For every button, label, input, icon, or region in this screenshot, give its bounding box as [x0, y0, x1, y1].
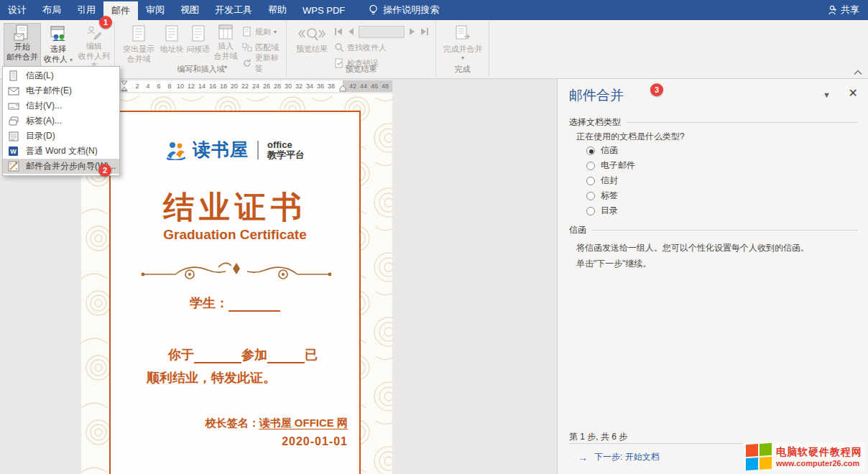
menu-item-email[interactable]: 电子邮件(E) — [3, 83, 119, 98]
logo-divider — [257, 141, 259, 159]
task-pane-close-button[interactable]: ✕ — [849, 86, 858, 100]
tab-references[interactable]: 引用 — [69, 0, 103, 20]
finish-merge-icon — [453, 23, 472, 45]
indent-markers[interactable] — [120, 80, 129, 92]
insert-merge-field-button[interactable]: 插入 合并域 ▾ — [212, 23, 239, 68]
next-step-link[interactable]: → 下一步: 开始文档 — [578, 451, 660, 463]
platform-label: office 教学平台 — [267, 140, 305, 159]
select-recipients-label1: 选择 — [50, 45, 66, 55]
preview-results-icon — [297, 23, 326, 45]
flourish-divider — [139, 259, 333, 284]
address-block-icon — [163, 23, 180, 45]
share-button[interactable]: 共享 — [828, 0, 859, 20]
task-pane-title: 邮件合并 — [569, 86, 624, 105]
horizontal-ruler[interactable]: 2468101214161820222426283032343638424446… — [81, 80, 392, 92]
letter-icon — [7, 70, 19, 82]
edit-recipient-list-button[interactable]: 编辑 收件人列表 — [75, 23, 114, 68]
share-label: 共享 — [841, 4, 859, 17]
certificate-logo: 读书屋 office 教学平台 — [111, 138, 359, 162]
certificate-body-line2: 顺利结业，特发此证。 — [147, 369, 276, 386]
tell-me-label: 操作说明搜索 — [383, 4, 439, 17]
radio-labels[interactable]: 标签 — [586, 190, 618, 202]
menu-item-directory[interactable]: 目录(D) — [3, 129, 119, 144]
step-badge-3: 3 — [650, 83, 663, 96]
highlight-merge-fields-label2: 合并域 — [127, 55, 151, 65]
tab-developer[interactable]: 开发工具 — [207, 0, 260, 20]
previous-record-icon[interactable] — [347, 27, 354, 36]
radio-email[interactable]: 电子邮件 — [586, 159, 635, 172]
radio-directory-dot — [586, 207, 595, 215]
start-mail-merge-button[interactable]: 开始 邮件合并 ▾ — [4, 23, 41, 68]
insert-merge-field-icon — [217, 23, 234, 42]
certificate-title: 结业证书 — [111, 187, 359, 228]
tab-layout[interactable]: 布局 — [34, 0, 69, 20]
radio-directory[interactable]: 目录 — [586, 205, 618, 217]
preview-results-button[interactable]: 预览结果 — [293, 23, 331, 68]
group-label-finish: 完成 — [436, 64, 489, 75]
find-recipient-button[interactable]: 查找收件人 — [334, 41, 387, 54]
labels-icon — [7, 115, 19, 127]
find-recipient-icon — [334, 42, 344, 52]
watermark-title: 电脑软硬件教程网 — [776, 446, 862, 459]
radio-envelopes-dot — [586, 177, 595, 185]
ribbon-group-finish: 完成并合并 ▾ 完成 — [436, 22, 489, 76]
select-recipients-button[interactable]: 选择 收件人 ▾ — [42, 23, 74, 68]
ruler-number: 38 — [324, 83, 338, 90]
radio-labels-dot — [586, 192, 595, 200]
menu-item-envelopes[interactable]: 信封(V)... — [3, 98, 119, 113]
preview-results-label: 预览结果 — [296, 45, 328, 55]
section-letters: 信函 — [569, 224, 858, 236]
letters-description: 将信函发送给一组人。您可以个性化设置每个人收到的信函。 — [576, 242, 857, 254]
insert-merge-field-label1: 插入 — [218, 42, 234, 52]
document-page[interactable]: 读书屋 office 教学平台 结业证书 Graduation Certific… — [81, 93, 392, 474]
tell-me-search[interactable]: 操作说明搜索 — [369, 0, 439, 20]
find-recipient-label: 查找收件人 — [347, 42, 387, 53]
finish-merge-label: 完成并合并 — [443, 45, 483, 55]
next-record-icon[interactable] — [409, 27, 416, 36]
watermark-url: www.computer26.com — [776, 459, 862, 468]
highlight-merge-fields-button[interactable]: 突出显示 合并域 — [120, 23, 157, 68]
ribbon-group-write-insert: 突出显示 合并域 地址块 问候语 插入 合并域 ▾ 规则▾ — [116, 22, 287, 76]
brand-name: 读书屋 — [193, 138, 249, 162]
signature-line: 校长签名：读书屋 OFFICE 网 — [206, 417, 348, 430]
student-line: 学生： — [111, 294, 359, 312]
menu-item-letters[interactable]: 信函(L) — [3, 68, 119, 83]
next-arrow-icon: → — [578, 452, 588, 463]
ruler-number: 48 — [378, 83, 392, 90]
radio-envelopes[interactable]: 信封 — [586, 175, 618, 187]
menu-item-normal-word-document[interactable]: W 普通 Word 文档(N) — [3, 144, 119, 159]
group-label-write-insert: 编写和插入域 — [116, 64, 286, 75]
last-record-icon[interactable] — [420, 27, 429, 36]
radio-letters[interactable]: 信函 — [586, 144, 618, 157]
tab-help[interactable]: 帮助 — [260, 0, 295, 20]
select-recipients-icon — [49, 23, 68, 45]
certificate-subtitle: Graduation Certificate — [111, 227, 359, 243]
first-record-icon[interactable] — [334, 27, 343, 36]
go-to-record-input[interactable] — [359, 26, 405, 38]
menu-item-labels[interactable]: 标签(A)... — [3, 113, 119, 129]
finish-merge-button[interactable]: 完成并合并 ▾ — [442, 23, 484, 68]
mail-merge-task-pane: 邮件合并 ▼ ✕ 选择文档类型 正在使用的文档是什么类型? 信函 电子邮件 信封… — [557, 79, 868, 474]
wizard-icon — [7, 160, 19, 172]
ribbon: 开始 邮件合并 ▾ 选择 收件人 ▾ 编辑 收件人列表 突出显示 合并域 — [0, 20, 868, 79]
greeting-line-button[interactable]: 问候语 — [185, 23, 211, 68]
rules-button[interactable]: 规则▾ — [242, 25, 277, 38]
tab-review[interactable]: 审阅 — [138, 0, 172, 20]
tab-wps-pdf[interactable]: WPS PDF — [295, 0, 353, 20]
radio-email-dot — [586, 162, 595, 170]
collapse-ribbon-button[interactable] — [854, 70, 862, 75]
rules-icon — [242, 27, 252, 37]
tab-design[interactable]: 设计 — [0, 0, 34, 20]
tab-view[interactable]: 视图 — [172, 0, 207, 20]
step-badge-1: 1 — [99, 16, 112, 29]
rules-label: 规则 — [255, 27, 271, 37]
greeting-line-label: 问候语 — [187, 45, 211, 55]
title-bar: 设计 布局 引用 邮件 审阅 视图 开发工具 帮助 WPS PDF 操作说明搜索… — [0, 0, 868, 20]
ribbon-group-preview: 预览结果 查找收件人 检查错误 预览结果 — [287, 22, 436, 76]
email-icon — [7, 85, 19, 97]
person-icon — [828, 5, 837, 15]
certificate-date: 2020-01-01 — [282, 435, 348, 448]
address-block-button[interactable]: 地址块 — [159, 23, 185, 68]
task-pane-options-caret[interactable]: ▼ — [823, 90, 831, 99]
step-badge-2: 2 — [98, 164, 111, 177]
